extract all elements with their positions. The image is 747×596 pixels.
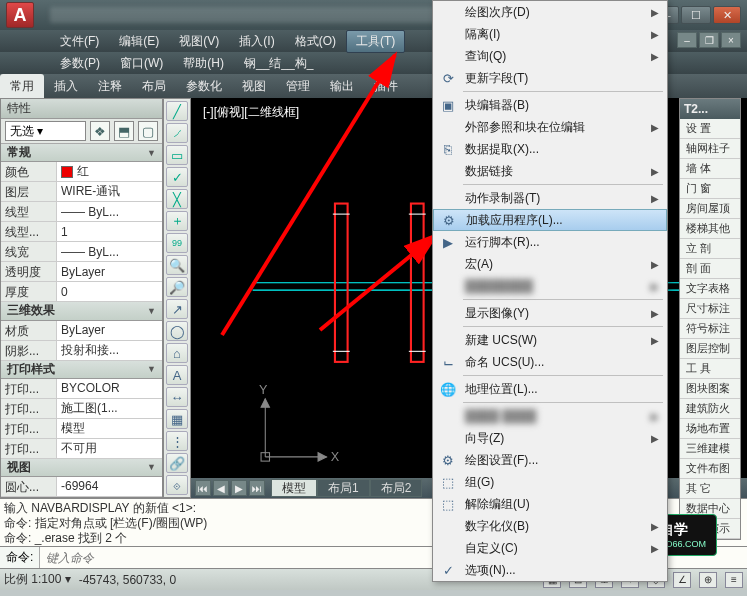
link-icon[interactable]: 🔗: [166, 453, 188, 473]
mi-isolate[interactable]: 隔离(I)▶: [433, 23, 667, 45]
right-panel-item[interactable]: 文字表格: [680, 279, 740, 299]
pickadd-icon[interactable]: ⬒: [114, 121, 134, 141]
menu-window[interactable]: 窗口(W): [110, 52, 173, 75]
property-value[interactable]: 不可用: [57, 439, 162, 458]
tabnav-next[interactable]: ▶: [231, 480, 247, 496]
property-value[interactable]: —— ByL...: [57, 202, 162, 221]
right-panel-item[interactable]: 其 它: [680, 479, 740, 499]
right-panel-item[interactable]: 图层控制: [680, 339, 740, 359]
property-value[interactable]: BYCOLOR: [57, 379, 162, 398]
check-icon[interactable]: ✓: [166, 167, 188, 187]
mi-draworder[interactable]: 绘图次序(D)▶: [433, 1, 667, 23]
tab-layout2[interactable]: 布局2: [370, 479, 423, 497]
search-icon[interactable]: 🔍: [166, 255, 188, 275]
property-value[interactable]: 施工图(1...: [57, 399, 162, 418]
property-value[interactable]: —— ByL...: [57, 242, 162, 261]
cross-icon[interactable]: ╳: [166, 189, 188, 209]
circle-tool-icon[interactable]: ◯: [166, 321, 188, 341]
property-value[interactable]: 0: [57, 282, 162, 301]
property-row[interactable]: 厚度0: [1, 282, 162, 302]
mi-xref-edit[interactable]: 外部参照和块在位编辑▶: [433, 116, 667, 138]
mi-wizard[interactable]: 向导(Z)▶: [433, 427, 667, 449]
ninetynine-icon[interactable]: 99: [166, 233, 188, 253]
tabnav-prev[interactable]: ◀: [213, 480, 229, 496]
mi-show-image[interactable]: 显示图像(Y)▶: [433, 302, 667, 324]
dim-icon[interactable]: ↔: [166, 387, 188, 407]
section-3d[interactable]: 三维效果▼: [1, 302, 162, 320]
app-logo[interactable]: A: [6, 2, 34, 28]
property-row[interactable]: 图层WIRE-通讯: [1, 182, 162, 202]
property-value[interactable]: WIRE-通讯: [57, 182, 162, 201]
property-value[interactable]: -69964: [57, 477, 162, 496]
tabnav-first[interactable]: ⏮: [195, 480, 211, 496]
menu-params[interactable]: 参数(P): [50, 52, 110, 75]
right-panel-item[interactable]: 图块图案: [680, 379, 740, 399]
status-scale[interactable]: 比例 1:100 ▾: [4, 571, 71, 588]
hatch-icon[interactable]: ▦: [166, 409, 188, 429]
tab-plugins[interactable]: 插件: [364, 74, 408, 99]
mi-named-ucs[interactable]: ⌙命名 UCS(U)...: [433, 351, 667, 373]
right-panel-item[interactable]: 楼梯其他: [680, 219, 740, 239]
property-row[interactable]: 打印...BYCOLOR: [1, 379, 162, 399]
right-panel-item[interactable]: 建筑防火: [680, 399, 740, 419]
tab-model[interactable]: 模型: [271, 479, 317, 497]
property-row[interactable]: 阴影...投射和接...: [1, 341, 162, 361]
property-row[interactable]: 打印...不可用: [1, 439, 162, 459]
dyn-icon[interactable]: ⊕: [699, 572, 717, 588]
right-panel-item[interactable]: 立 剖: [680, 239, 740, 259]
door-icon[interactable]: ⌂: [166, 343, 188, 363]
property-value[interactable]: ByLayer: [57, 321, 162, 340]
tab-annotate[interactable]: 注释: [88, 74, 132, 99]
mi-ungroup[interactable]: ⬚解除编组(U): [433, 493, 667, 515]
tab-output[interactable]: 输出: [320, 74, 364, 99]
plus-icon[interactable]: ＋: [166, 211, 188, 231]
menu-tools[interactable]: 工具(T): [346, 30, 405, 53]
property-value[interactable]: ByLayer: [57, 262, 162, 281]
property-row[interactable]: 打印...施工图(1...: [1, 399, 162, 419]
right-panel-item[interactable]: 文件布图: [680, 459, 740, 479]
mi-blur1[interactable]: ████████▶: [433, 275, 667, 297]
menu-help[interactable]: 帮助(H): [173, 52, 234, 75]
inner-close[interactable]: ×: [721, 32, 741, 48]
arrow-icon[interactable]: ↗: [166, 299, 188, 319]
rect-icon[interactable]: ▭: [166, 145, 188, 165]
menu-insert[interactable]: 插入(I): [229, 30, 284, 53]
tab-view[interactable]: 视图: [232, 74, 276, 99]
mi-new-ucs[interactable]: 新建 UCS(W)▶: [433, 329, 667, 351]
property-value[interactable]: 投射和接...: [57, 341, 162, 360]
mi-action-rec[interactable]: 动作录制器(T)▶: [433, 187, 667, 209]
property-row[interactable]: 圆心...-69964: [1, 477, 162, 497]
property-value[interactable]: 红: [57, 162, 162, 181]
maximize-button[interactable]: ☐: [681, 6, 711, 24]
right-panel-item[interactable]: 工 具: [680, 359, 740, 379]
right-panel-item[interactable]: 墙 体: [680, 159, 740, 179]
sep-icon[interactable]: ⋮: [166, 431, 188, 451]
right-panel-item[interactable]: 三维建模: [680, 439, 740, 459]
property-row[interactable]: 颜色红: [1, 162, 162, 182]
property-row[interactable]: 打印...模型: [1, 419, 162, 439]
right-panel-item[interactable]: 剖 面: [680, 259, 740, 279]
mi-data-extract[interactable]: ⎘数据提取(X)...: [433, 138, 667, 160]
text-icon[interactable]: A: [166, 365, 188, 385]
right-panel-item[interactable]: 尺寸标注: [680, 299, 740, 319]
tab-manage[interactable]: 管理: [276, 74, 320, 99]
section-view[interactable]: 视图▼: [1, 459, 162, 477]
otrack-icon[interactable]: ∠: [673, 572, 691, 588]
property-value[interactable]: 1: [57, 222, 162, 241]
tab-param[interactable]: 参数化: [176, 74, 232, 99]
inner-restore[interactable]: ❐: [699, 32, 719, 48]
right-panel-item[interactable]: 轴网柱子: [680, 139, 740, 159]
mi-geo[interactable]: 🌐地理位置(L)...: [433, 378, 667, 400]
mi-blur2[interactable]: ████ ████▶: [433, 405, 667, 427]
tab-insert[interactable]: 插入: [44, 74, 88, 99]
mi-data-link[interactable]: 数据链接▶: [433, 160, 667, 182]
close-button[interactable]: ✕: [713, 6, 741, 24]
lwt-icon[interactable]: ≡: [725, 572, 743, 588]
line-icon[interactable]: ╱: [166, 101, 188, 121]
right-panel-item[interactable]: 设 置: [680, 119, 740, 139]
right-panel-item[interactable]: 房间屋顶: [680, 199, 740, 219]
quickselect-icon[interactable]: ❖: [90, 121, 110, 141]
section-general[interactable]: 常规▼: [1, 144, 162, 162]
mi-customize[interactable]: 自定义(C)▶: [433, 537, 667, 559]
menu-steel[interactable]: 钢__结__构_: [234, 52, 323, 75]
